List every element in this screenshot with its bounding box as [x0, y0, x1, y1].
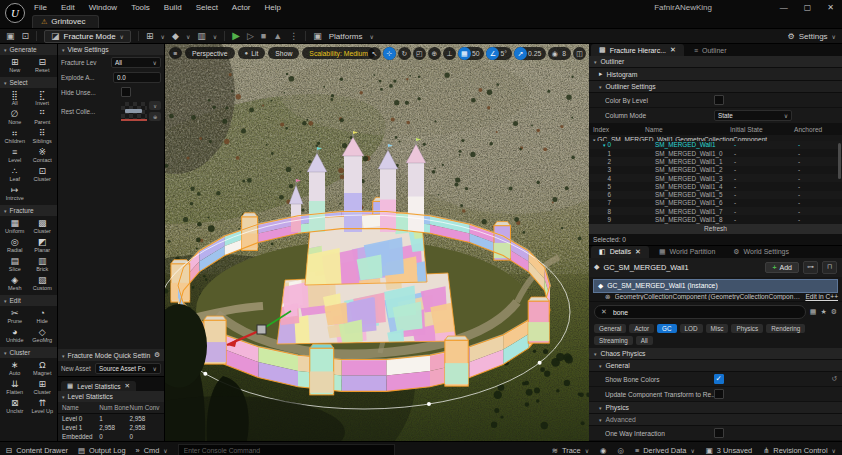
edit-in-cpp-link[interactable]: Edit in C++ [805, 293, 838, 300]
explode-amount-input[interactable] [113, 72, 161, 83]
component-row[interactable]: ⊚ GeometryCollectionComponent (GeometryC… [589, 293, 842, 302]
filter-chip[interactable]: Physics [731, 324, 763, 333]
section-generate-header[interactable]: Generate [0, 44, 57, 55]
section-cluster-header[interactable]: Cluster [0, 347, 57, 358]
chaos-physics-header[interactable]: Chaos Physics [589, 348, 842, 360]
update-component-transform-checkbox[interactable] [714, 389, 724, 399]
tool-button[interactable]: ⠛Parent [29, 109, 57, 125]
platforms-label[interactable]: Platforms [329, 32, 363, 41]
play-options-kebab-icon[interactable]: ⋮ [289, 32, 298, 41]
tool-button[interactable]: ▤Slice [1, 256, 29, 272]
tool-button[interactable]: ▦Uniform [1, 218, 29, 234]
lock-icon[interactable]: ⊓ [822, 261, 837, 274]
hierarchy-row[interactable]: 5SM_MERGED_Wall1_4-- [589, 182, 842, 190]
refresh-button[interactable]: Refresh [589, 224, 842, 234]
stop-button[interactable]: ■ [261, 32, 266, 41]
viewport-menu-button[interactable] [169, 47, 182, 59]
use-selected-asset-button[interactable]: ⊕ [149, 112, 161, 121]
tool-button[interactable]: ◩Planar [29, 237, 57, 253]
viewport-tool-chip[interactable]: ▦50 [458, 47, 485, 60]
tool-button[interactable]: ⊡Cluster [29, 166, 57, 182]
viewport-tool-chip[interactable]: ↻ [398, 47, 411, 60]
world-partition-tab[interactable]: ▦ World Partition [651, 246, 723, 258]
tool-button[interactable]: ▩Cluster [29, 218, 57, 234]
outliner-settings-header[interactable]: Outliner Settings [589, 81, 842, 93]
tool-button[interactable]: ◕Unhide [1, 327, 29, 343]
close-icon[interactable]: ✕ [670, 46, 676, 54]
clear-search-icon[interactable]: ✕ [601, 308, 607, 316]
filter-chip[interactable]: Streaming [594, 336, 633, 345]
perspective-dropdown[interactable]: Perspective [185, 47, 235, 59]
viewport-tool-chip[interactable]: ↗0.25 [514, 47, 546, 60]
tool-button[interactable]: ▥Brick [29, 256, 57, 272]
tool-button[interactable]: ∗Auto [1, 360, 29, 376]
one-way-interaction-checkbox[interactable] [714, 428, 724, 438]
section-edit-header[interactable]: Edit [0, 295, 57, 306]
tool-button[interactable]: ≡Level [1, 147, 29, 163]
reset-to-default-icon[interactable] [831, 375, 837, 383]
menu-item[interactable]: Help [265, 3, 281, 12]
settings-gear-icon[interactable] [831, 308, 837, 316]
column-header[interactable]: Num Bone [99, 404, 129, 411]
outliner-tab[interactable]: ≡ Outliner [686, 45, 735, 56]
outliner-section-header[interactable]: Outliner [589, 56, 842, 68]
level-viewport[interactable]: Perspective ●Lit Show Scalability: Mediu… [165, 44, 589, 441]
trace-screenshot-icon[interactable]: ◎ [618, 446, 624, 455]
gear-icon[interactable] [154, 351, 160, 359]
filter-chip[interactable]: Misc [706, 324, 729, 333]
hierarchy-row[interactable]: 7SM_MERGED_Wall1_6-- [589, 199, 842, 207]
level-tab[interactable]: Grintovec [32, 15, 99, 28]
viewport-tool-chip[interactable]: ⊕ [428, 47, 441, 60]
blueprints-icon[interactable]: ◆ [172, 32, 179, 41]
menu-item[interactable]: Window [89, 3, 117, 12]
unsaved-button[interactable]: ▣ 3 Unsaved [706, 446, 752, 455]
viewport-tool-chip[interactable]: ∠5° [486, 47, 512, 60]
tool-button[interactable]: ∅None [1, 109, 29, 125]
scrollbar[interactable] [838, 143, 841, 179]
minimize-button[interactable]: — [780, 3, 788, 12]
cinematics-icon[interactable]: ▥ [197, 32, 206, 41]
general-header[interactable]: General [589, 360, 842, 372]
level-statistics-header[interactable]: Level Statistics [58, 391, 164, 402]
section-fracture-header[interactable]: Fracture [0, 205, 57, 216]
browse-content-icon[interactable]: ⊡ [22, 32, 30, 41]
menu-item[interactable]: Build [164, 3, 182, 12]
show-dropdown[interactable]: Show [268, 47, 299, 59]
fracture-level-dropdown[interactable]: All [111, 57, 161, 68]
tool-button[interactable]: ⊞New [1, 57, 29, 73]
tool-button[interactable]: ⇈Level Up [29, 398, 57, 414]
tool-button[interactable]: ◇GeoMrg [29, 327, 57, 343]
filter-chip[interactable]: GC [657, 324, 676, 333]
hierarchy-row[interactable]: 0SM_MERGED_Wall1-- [589, 141, 842, 149]
filter-chip[interactable]: Rendering [766, 324, 805, 333]
unreal-logo-icon[interactable]: U [5, 3, 25, 23]
level-statistics-tab[interactable]: ▦ Level Statistics ✕ [61, 381, 136, 391]
play-button[interactable]: ▶ [232, 31, 240, 41]
settings-label[interactable]: Settings [799, 32, 828, 41]
close-button[interactable]: ✕ [827, 3, 834, 12]
instance-row[interactable]: ◆ GC_SM_MERGED_Wall1 (Instance) [593, 279, 838, 293]
trace-dropdown[interactable]: ≋ Trace [552, 446, 589, 455]
add-component-button[interactable]: + Add [765, 262, 799, 273]
column-header[interactable]: Initial State [730, 126, 794, 133]
view-mode-dropdown[interactable]: ●Lit [238, 47, 266, 59]
viewport-tool-chip[interactable]: ◰ [413, 47, 426, 60]
hierarchy-row[interactable]: 8SM_MERGED_Wall1_7-- [589, 207, 842, 215]
hierarchy-row[interactable]: 1SM_MERGED_Wall1_0-- [589, 149, 842, 157]
tool-button[interactable]: ⇊Flatten [1, 379, 29, 395]
save-icon[interactable]: ▣ [6, 32, 15, 41]
filter-chip[interactable]: LOD [680, 324, 703, 333]
hierarchy-row[interactable]: 3SM_MERGED_Wall1_2-- [589, 166, 842, 174]
menu-item[interactable]: Actor [232, 3, 251, 12]
maximize-button[interactable]: ▢ [804, 3, 812, 12]
menu-item[interactable]: Tools [131, 3, 150, 12]
details-tab[interactable]: ◧ Details ✕ [591, 246, 649, 258]
tool-button[interactable]: ◈Mesh [1, 275, 29, 291]
tool-button[interactable]: ⠿Siblings [29, 128, 57, 144]
viewport-tool-chip[interactable]: ⊹ [383, 47, 396, 60]
search-input[interactable] [611, 308, 799, 317]
tool-button[interactable]: ◔Hide [29, 308, 57, 324]
viewport-tool-chip[interactable]: ↖ [368, 47, 381, 60]
advanced-header[interactable]: Advanced [589, 414, 842, 426]
hierarchy-row[interactable]: 4SM_MERGED_Wall1_3-- [589, 174, 842, 182]
